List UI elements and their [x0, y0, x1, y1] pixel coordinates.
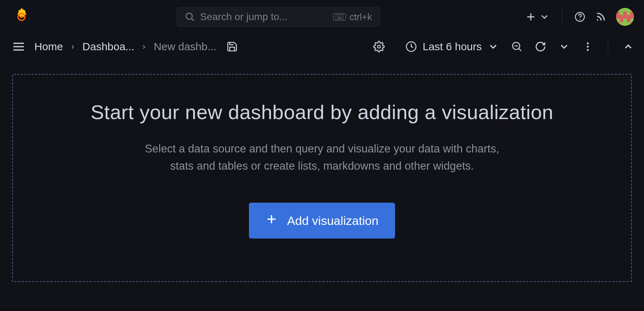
svg-point-8 [341, 16, 342, 17]
dashboard-content: Start your new dashboard by adding a vis… [0, 60, 644, 282]
empty-state-subtitle: Select a data source and then query and … [145, 140, 499, 175]
search-wrap: Search or jump to... ctrl+k [37, 7, 520, 27]
search-icon [184, 11, 195, 22]
clock-icon [405, 41, 417, 52]
svg-rect-4 [336, 14, 343, 19]
refresh-interval-picker[interactable] [558, 41, 570, 52]
svg-point-6 [338, 16, 339, 17]
zoom-out-button[interactable] [511, 41, 523, 52]
svg-point-18 [378, 45, 380, 48]
toolbar-right: Last 6 hours [405, 39, 634, 54]
rss-button[interactable] [595, 11, 606, 22]
empty-state-subtitle-line1: Select a data source and then query and … [145, 140, 499, 157]
time-range-picker[interactable]: Last 6 hours [405, 41, 499, 53]
svg-point-25 [587, 49, 588, 51]
chevron-right-icon [141, 41, 147, 53]
plus-icon [525, 11, 536, 22]
help-button[interactable] [575, 11, 585, 22]
search-placeholder: Search or jump to... [200, 11, 328, 23]
breadcrumb-current: New dashb... [154, 41, 216, 53]
svg-point-23 [587, 42, 588, 44]
header-actions [525, 8, 634, 26]
svg-point-2 [186, 13, 192, 19]
plus-icon [265, 213, 278, 228]
search-shortcut-label: ctrl+k [350, 11, 372, 23]
svg-point-24 [587, 46, 588, 47]
empty-state-title: Start your new dashboard by adding a vis… [91, 100, 553, 124]
save-button[interactable] [226, 41, 238, 52]
svg-line-21 [519, 48, 521, 51]
svg-rect-9 [338, 18, 341, 18]
svg-point-1 [20, 16, 23, 18]
breadcrumb-home[interactable]: Home [34, 41, 63, 53]
chevron-down-icon [487, 41, 499, 52]
breadcrumb-dashboards[interactable]: Dashboa... [82, 41, 134, 53]
divider [608, 39, 608, 54]
dashboard-toolbar: Home Dashboa... New dashb... Last 6 hour… [0, 34, 644, 60]
chevron-right-icon [69, 41, 76, 53]
svg-point-13 [580, 19, 581, 20]
svg-point-7 [340, 16, 341, 17]
time-range-label: Last 6 hours [423, 41, 482, 53]
add-visualization-button[interactable]: Add visualization [249, 203, 395, 239]
divider [562, 9, 562, 24]
empty-dashboard-panel: Start your new dashboard by adding a vis… [12, 74, 632, 282]
menu-button[interactable] [13, 41, 24, 52]
empty-state-subtitle-line2: stats and tables or create lists, markdo… [145, 157, 499, 175]
app-header: Search or jump to... ctrl+k [0, 0, 644, 34]
user-avatar[interactable] [616, 8, 634, 26]
add-menu[interactable] [525, 11, 550, 22]
add-visualization-label: Add visualization [287, 214, 378, 228]
chevron-down-icon [539, 11, 550, 22]
svg-point-14 [597, 19, 598, 21]
grafana-logo[interactable] [12, 6, 31, 28]
breadcrumb: Home Dashboa... New dashb... [34, 41, 216, 53]
more-button[interactable] [582, 41, 593, 52]
search-input[interactable]: Search or jump to... ctrl+k [177, 7, 380, 27]
refresh-button[interactable] [535, 41, 546, 52]
keyboard-icon [333, 13, 346, 20]
svg-line-3 [192, 19, 194, 21]
svg-point-5 [337, 16, 338, 17]
settings-button[interactable] [373, 41, 385, 52]
search-shortcut: ctrl+k [333, 11, 372, 23]
collapse-button[interactable] [623, 41, 634, 52]
